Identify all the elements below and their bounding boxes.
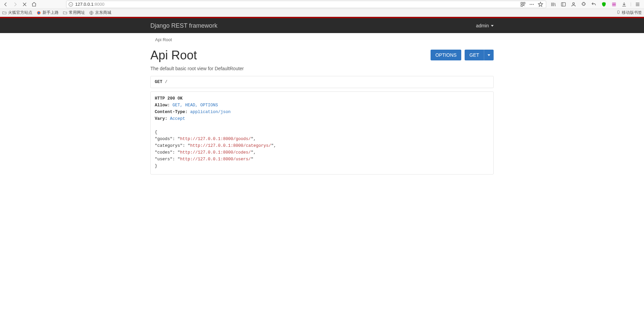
page-header: Api Root OPTIONS GET (150, 48, 494, 62)
address-text: 127.0.0.1:8000 (75, 2, 105, 7)
bookmark-item[interactable]: 新手上路 (36, 10, 59, 16)
svg-rect-10 (614, 3, 616, 4)
mobile-bookmarks[interactable]: 移动版书签 (616, 10, 642, 16)
svg-point-5 (531, 4, 532, 5)
brand-link[interactable]: Django REST framework (150, 22, 217, 29)
json-link[interactable]: http://127.0.0.1:8000/users/ (180, 157, 251, 162)
json-link[interactable]: http://127.0.0.1:8000/codes/ (180, 150, 251, 155)
browser-toolbar: 127.0.0.1:8000 (0, 0, 644, 9)
chevron-down-icon (488, 54, 490, 56)
toolbar-right-group (549, 1, 643, 8)
request-method: GET (155, 80, 163, 84)
get-button[interactable]: GET (465, 50, 484, 60)
header-vary-value: Accept (170, 116, 185, 121)
svg-rect-7 (561, 2, 565, 6)
json-link[interactable]: http://127.0.0.1:8000/categorys/ (190, 143, 271, 148)
downloads-icon[interactable] (620, 1, 628, 8)
svg-point-6 (533, 4, 534, 5)
site-info-icon[interactable] (68, 2, 73, 7)
json-link[interactable]: http://127.0.0.1:8000/goods/ (180, 137, 251, 141)
header-allow-value: GET, HEAD, OPTIONS (173, 103, 218, 108)
mobile-bookmarks-label: 移动版书签 (622, 10, 642, 16)
get-dropdown-button[interactable] (484, 50, 494, 60)
bookmark-star-icon[interactable] (537, 1, 544, 7)
bookmark-label: 常用网址 (69, 10, 85, 16)
undo-icon[interactable] (589, 1, 598, 8)
svg-rect-2 (523, 2, 525, 4)
address-bar[interactable]: 127.0.0.1:8000 (66, 1, 546, 8)
sidebar-icon[interactable] (559, 1, 568, 8)
header-allow-label: Allow: (155, 103, 170, 108)
svg-rect-3 (521, 5, 523, 6)
firefox-icon (36, 10, 41, 15)
folder-icon (2, 10, 7, 15)
bookmark-item[interactable]: 火狐官方站点 (2, 10, 32, 16)
bookmark-label: 新手上路 (42, 10, 59, 16)
response-body: { "goods": "http://127.0.0.1:8000/goods/… (155, 129, 489, 169)
overflow-divider (630, 1, 632, 8)
svg-point-4 (530, 4, 531, 5)
breadcrumb-current: Api Root (155, 37, 172, 42)
bookmark-item[interactable]: 京东商城 (89, 10, 111, 16)
header-vary-label: Vary: (155, 116, 168, 121)
stop-button[interactable] (20, 1, 29, 8)
request-path: / (165, 80, 168, 84)
svg-rect-1 (521, 2, 523, 4)
header-actions: OPTIONS GET (431, 50, 494, 60)
forward-button[interactable] (11, 1, 20, 8)
bookmarks-bar: 火狐官方站点 新手上路 常用网址 京东商城 移动版书签 (0, 9, 644, 17)
header-ctype-value: application/json (190, 110, 231, 114)
globe-icon (89, 10, 94, 15)
request-line: GET / (150, 76, 494, 88)
svg-rect-11 (612, 4, 614, 6)
user-label: admin (476, 23, 489, 28)
extension-icon[interactable] (579, 1, 588, 8)
mobile-icon (616, 10, 620, 16)
svg-rect-12 (614, 4, 616, 6)
page-subtitle: The default basic root view for DefaultR… (150, 66, 494, 71)
app-topbar: Django REST framework admin (0, 18, 644, 33)
bookmark-label: 火狐官方站点 (8, 10, 32, 16)
back-button[interactable] (1, 1, 10, 8)
page-actions-icon[interactable] (528, 1, 535, 7)
bookmark-item[interactable]: 常用网址 (63, 10, 85, 16)
user-menu[interactable]: admin (476, 23, 494, 28)
hamburger-menu-icon[interactable] (633, 1, 642, 8)
chevron-down-icon (491, 25, 494, 27)
header-ctype-label: Content-Type: (155, 110, 188, 114)
qr-icon[interactable] (520, 1, 526, 7)
svg-point-15 (38, 12, 40, 14)
account-icon[interactable] (569, 1, 578, 8)
breadcrumb: Api Root (150, 33, 494, 46)
shield-icon[interactable] (599, 1, 608, 8)
bookmark-label: 京东商城 (95, 10, 111, 16)
svg-rect-9 (612, 3, 614, 4)
response-status: HTTP 200 OK (155, 95, 489, 102)
options-button[interactable]: OPTIONS (431, 50, 461, 60)
library-icon[interactable] (549, 1, 558, 8)
main-container: Api Root Api Root OPTIONS GET The defaul… (150, 33, 494, 174)
response-block: HTTP 200 OK Allow: GET, HEAD, OPTIONS Co… (150, 91, 494, 174)
puzzle-ext-icon[interactable] (610, 1, 618, 8)
svg-point-8 (573, 2, 574, 4)
home-button[interactable] (30, 1, 38, 8)
get-button-group: GET (465, 50, 494, 60)
folder-icon (63, 10, 67, 15)
page-title: Api Root (150, 48, 197, 62)
